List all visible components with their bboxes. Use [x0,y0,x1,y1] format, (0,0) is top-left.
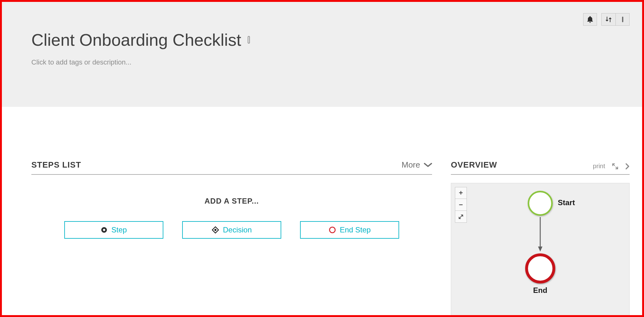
add-end-step-button[interactable]: End Step [300,221,399,239]
flow-arrow [537,216,543,253]
add-decision-label-text: Decision [223,226,252,234]
overview-header: OVERVIEW print [451,160,630,175]
add-end-step-label-text: End Step [340,226,371,234]
steps-more-link[interactable]: More [402,160,432,170]
flow-diagram: Start End [525,191,555,295]
zoom-controls: + − [455,187,467,223]
svg-point-3 [103,229,105,231]
start-node[interactable] [528,191,553,216]
overview-canvas[interactable]: + − S [451,183,630,317]
bell-icon [587,16,593,23]
steps-column: STEPS LIST More ADD A STEP... [31,160,432,317]
more-link-label: More [402,160,420,170]
more-icon [621,16,624,23]
title-edit-icon[interactable] [247,35,251,44]
fit-icon [458,214,464,220]
start-node-label: Start [558,198,575,207]
overview-print-link[interactable]: print [593,163,605,170]
add-step-label: ADD A STEP... [31,197,432,205]
more-button[interactable] [615,13,629,25]
add-step-label-text: Step [111,226,127,234]
end-step-circle-icon [329,226,336,234]
svg-point-6 [330,227,335,233]
content-row: STEPS LIST More ADD A STEP... [2,107,642,317]
step-circle-icon [101,226,108,233]
overview-column: OVERVIEW print [451,160,630,317]
expand-icon[interactable] [612,163,618,169]
steps-list-header: STEPS LIST More [31,160,432,175]
sort-button[interactable] [602,13,615,25]
chevron-down-icon [424,163,432,168]
svg-rect-0 [622,17,623,22]
minus-icon: − [459,201,463,209]
steps-list-title: STEPS LIST [31,160,81,170]
plus-icon: + [459,189,463,197]
zoom-out-button[interactable]: − [455,199,467,211]
notifications-button[interactable] [583,13,597,26]
page-title-text: Client Onboarding Checklist [31,30,241,49]
end-node-label: End [533,286,547,295]
zoom-in-button[interactable]: + [455,187,467,199]
page-title: Client Onboarding Checklist [31,2,642,49]
decision-diamond-icon [212,226,219,234]
add-decision-button[interactable]: Decision [182,221,281,239]
chevron-right-icon[interactable] [625,163,630,170]
end-node[interactable] [525,253,555,283]
tags-description-placeholder[interactable]: Click to add tags or description... [31,58,642,66]
svg-rect-5 [214,229,217,231]
add-step-button[interactable]: Step [64,221,163,239]
overview-title: OVERVIEW [451,160,497,170]
top-buttons [583,13,630,26]
start-node-row: Start [528,191,553,216]
step-buttons-row: Step Decision [31,221,432,239]
header-band: Client Onboarding Checklist Click to add… [2,2,642,107]
top-button-pair [601,13,630,26]
sort-icon [605,16,612,23]
overview-actions: print [593,163,630,170]
zoom-fit-button[interactable] [455,211,467,223]
svg-rect-1 [248,36,250,43]
